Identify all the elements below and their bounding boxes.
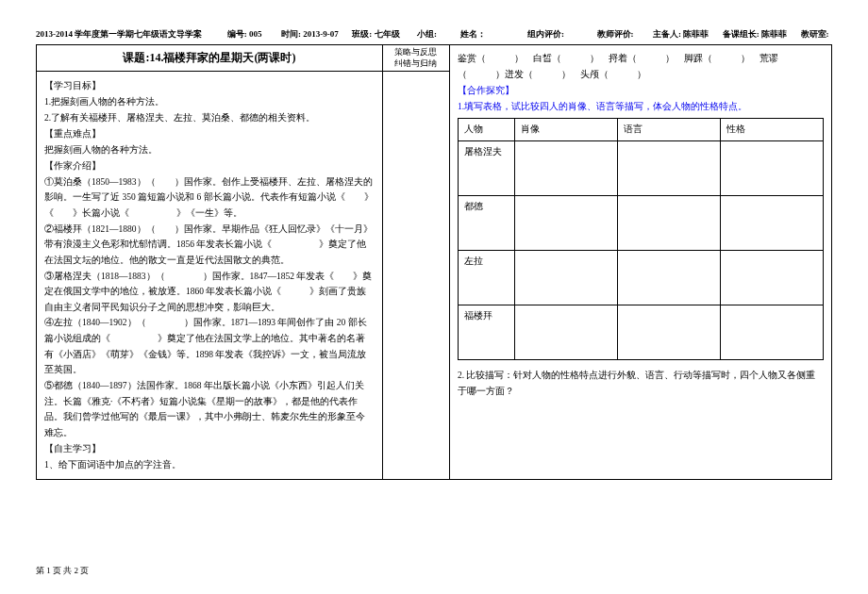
author-3: ③屠格涅夫（1818—1883）（ ）国作家。1847—1852 年发表《 》奠… [44,269,375,316]
th-portrait: 肖像 [514,119,617,141]
author-4: ④左拉（1840—1902）（ ）国作家。1871—1893 年间创作了由 20… [44,315,375,378]
th-character: 性格 [720,119,823,141]
row-name: 都德 [458,196,514,251]
author-heading: 【作家介绍】 [44,157,375,174]
th-language: 语言 [617,119,720,141]
name-label: 姓名： [460,29,486,39]
row-name: 屠格涅夫 [458,141,514,196]
objectives-heading: 【学习目标】 [44,77,375,94]
coop-1: 1.填写表格，试比较四人的肖像、语言等描写，体会人物的性格特点。 [458,99,824,115]
side-header: 策略与反思 纠错与归纳 [383,45,449,72]
keypoints-heading: 【重点难点】 [44,125,375,142]
author-5: ⑤都德（1840—1897）法国作家。1868 年出版长篇小说《小东西》引起人们… [44,378,375,441]
coop-2: 2. 比较描写：针对人物的性格特点进行外貌、语言、行动等描写时，四个人物又各侧重… [458,368,824,399]
author-2: ②福楼拜（1821—1880）（ ）国作家。早期作品《狂人回忆录》《十一月》带有… [44,222,375,269]
preparer: 陈菲菲 [683,29,709,39]
author-1: ①莫泊桑（1850—1983）（ ）国作家。创作上受福楼拜、左拉、屠格涅夫的影响… [44,174,375,222]
time: 2013-9-07 [303,29,339,39]
table-row: 屠格涅夫 [458,141,823,196]
bk-label: 备课组长: [723,29,760,39]
teacher-eval-label: 教师评价: [597,29,634,39]
character-table: 人物 肖像 语言 性格 屠格涅夫 都德 左拉 福楼 [458,118,824,360]
right-column: 鉴赏（ ） 白皙（ ） 捋着（ ） 脚踝（ ） 荒谬（ ）迸发（ ） 头颅（ ）… [450,44,832,480]
row-name: 左拉 [458,251,514,305]
semester: 2013-2014 学年度第一学期七年级语文导学案 [36,29,202,39]
group-label: 小组: [417,29,437,39]
page-footer: 第 1 页 共 2 页 [36,565,89,577]
grade-label: 班级: [352,29,372,39]
row-name: 福楼拜 [458,305,514,360]
page-header: 2013-2014 学年度第一学期七年级语文导学案 编号: 005 时间: 20… [36,28,832,41]
objective-2: 2.了解有关福楼拜、屠格涅夫、左拉、莫泊桑、都德的相关资料。 [44,110,375,126]
time-label: 时间: [281,29,301,39]
group-eval-label: 组内评价: [527,29,564,39]
selfstudy-heading: 【自主学习】 [44,440,375,457]
code: 005 [249,29,262,39]
left-column: 课题:14.福楼拜家的星期天(两课时) 策略与反思 纠错与归纳 【学习目标】 1… [36,44,450,480]
coop-heading: 【合作探究】 [458,82,824,99]
objective-1: 1.把握刻画人物的各种方法。 [44,94,375,110]
preparer-label: 主备人: [653,29,681,39]
table-row: 左拉 [458,251,823,305]
jy-label: 教研室: [801,29,829,39]
left-body: 【学习目标】 1.把握刻画人物的各种方法。 2.了解有关福楼拜、屠格涅夫、左拉、… [37,72,383,478]
table-row: 都德 [458,196,823,251]
bk: 陈菲菲 [761,29,787,39]
keypoint-1: 把握刻画人物的各种方法。 [44,142,375,158]
grade: 七年级 [375,29,400,39]
left-side-blank [383,72,449,478]
main-content: 课题:14.福楼拜家的星期天(两课时) 策略与反思 纠错与归纳 【学习目标】 1… [36,44,832,480]
selfstudy-1: 1、给下面词语中加点的字注音。 [44,457,375,473]
th-person: 人物 [458,119,514,141]
table-row: 福楼拜 [458,305,823,360]
lesson-title: 课题:14.福楼拜家的星期天(两课时) [37,45,383,72]
words-line: 鉴赏（ ） 白皙（ ） 捋着（ ） 脚踝（ ） 荒谬（ ）迸发（ ） 头颅（ ） [458,51,824,82]
code-label: 编号: [227,29,247,39]
table-header-row: 人物 肖像 语言 性格 [458,119,823,141]
